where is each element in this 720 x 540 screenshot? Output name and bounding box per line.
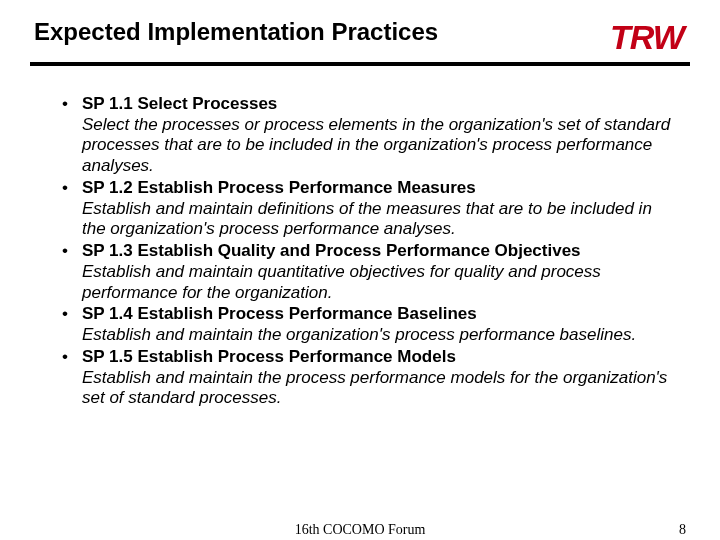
item-body: Establish and maintain the process perfo… — [82, 368, 680, 409]
item-body: Select the processes or process elements… — [82, 115, 680, 177]
slide: Expected Implementation Practices TRW • … — [0, 0, 720, 540]
logo-text: TRW — [610, 18, 700, 54]
item-title: SP 1.2 Establish Process Performance Mea… — [82, 178, 476, 197]
item-title: SP 1.1 Select Processes — [82, 94, 277, 113]
list-item: • SP 1.3 Establish Quality and Process P… — [62, 241, 680, 303]
bullet-icon: • — [62, 241, 68, 262]
item-title: SP 1.3 Establish Quality and Process Per… — [82, 241, 581, 260]
header-row: Expected Implementation Practices TRW — [30, 18, 690, 54]
item-title: SP 1.4 Establish Process Performance Bas… — [82, 304, 477, 323]
item-body: Establish and maintain definitions of th… — [82, 199, 680, 240]
item-body: Establish and maintain the organization'… — [82, 325, 680, 346]
item-title: SP 1.5 Establish Process Performance Mod… — [82, 347, 456, 366]
footer-center-text: 16th COCOMO Forum — [295, 522, 426, 538]
bullet-icon: • — [62, 304, 68, 325]
slide-title: Expected Implementation Practices — [30, 18, 438, 46]
item-body: Establish and maintain quantitative obje… — [82, 262, 680, 303]
page-number: 8 — [679, 522, 686, 538]
list-item: • SP 1.2 Establish Process Performance M… — [62, 178, 680, 240]
bullet-icon: • — [62, 347, 68, 368]
divider — [30, 62, 690, 66]
bullet-icon: • — [62, 94, 68, 115]
content-area: • SP 1.1 Select Processes Select the pro… — [30, 94, 690, 409]
list-item: • SP 1.5 Establish Process Performance M… — [62, 347, 680, 409]
bullet-icon: • — [62, 178, 68, 199]
list-item: • SP 1.4 Establish Process Performance B… — [62, 304, 680, 345]
list-item: • SP 1.1 Select Processes Select the pro… — [62, 94, 680, 177]
